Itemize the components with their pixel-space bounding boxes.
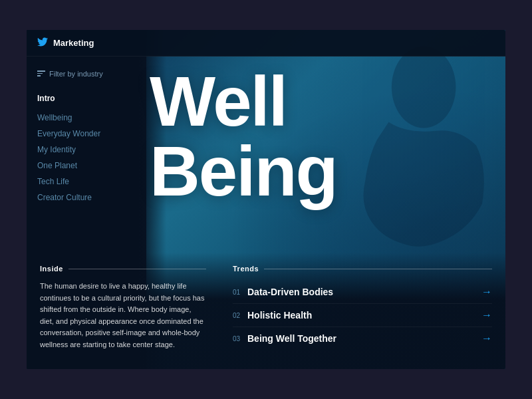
hero-title-line2: Being — [150, 136, 337, 206]
inside-label: Inside — [40, 265, 63, 273]
trend-name-1: Data-Driven Bodies — [247, 287, 481, 297]
main-container: Marketing Filter by industry Intro Wellb… — [27, 30, 505, 369]
trends-section-header: Trends — [233, 265, 492, 273]
trend-arrow-1: → — [481, 286, 492, 298]
inside-section: Inside The human desire to live a happy,… — [27, 253, 219, 369]
sidebar-item-creator-culture[interactable]: Creator Culture — [37, 190, 156, 205]
trend-item-3[interactable]: 03 Being Well Together → — [233, 327, 492, 350]
filter-row[interactable]: Filter by industry — [37, 70, 156, 78]
bottom-content: Inside The human desire to live a happy,… — [27, 253, 505, 369]
inside-section-header: Inside — [40, 265, 206, 273]
filter-icon — [37, 70, 45, 77]
trend-name-3: Being Well Together — [247, 333, 481, 344]
filter-label: Filter by industry — [49, 70, 103, 78]
trend-item-1[interactable]: 01 Data-Driven Bodies → — [233, 281, 492, 304]
twitter-icon — [37, 37, 48, 49]
inside-divider — [68, 269, 206, 269]
trend-arrow-2: → — [481, 309, 492, 321]
trend-arrow-3: → — [481, 332, 492, 344]
inside-body-text: The human desire to live a happy, health… — [40, 281, 206, 351]
trend-item-2[interactable]: 02 Holistic Health → — [233, 304, 492, 327]
sidebar-item-tech-life[interactable]: Tech Life — [37, 174, 156, 190]
trends-label: Trends — [233, 265, 259, 273]
trends-divider — [264, 269, 492, 269]
hero-title-line1: Well — [150, 66, 337, 136]
hero-title: Well Being — [150, 66, 337, 206]
trend-number-1: 01 — [233, 289, 247, 296]
sidebar-item-my-identity[interactable]: My Identity — [37, 142, 156, 158]
trends-section: Trends 01 Data-Driven Bodies → 02 Holist… — [219, 253, 505, 369]
header: Marketing — [27, 30, 505, 57]
nav-section-label: Intro — [37, 94, 156, 103]
sidebar-item-one-planet[interactable]: One Planet — [37, 158, 156, 174]
sidebar-item-wellbeing[interactable]: Wellbeing — [37, 110, 156, 126]
sidebar-item-everyday-wonder[interactable]: Everyday Wonder — [37, 126, 156, 142]
svg-point-0 — [392, 47, 456, 128]
trend-number-3: 03 — [233, 335, 247, 342]
header-brand-label: Marketing — [53, 38, 94, 48]
trend-name-2: Holistic Health — [247, 310, 481, 321]
trend-number-2: 02 — [233, 312, 247, 319]
